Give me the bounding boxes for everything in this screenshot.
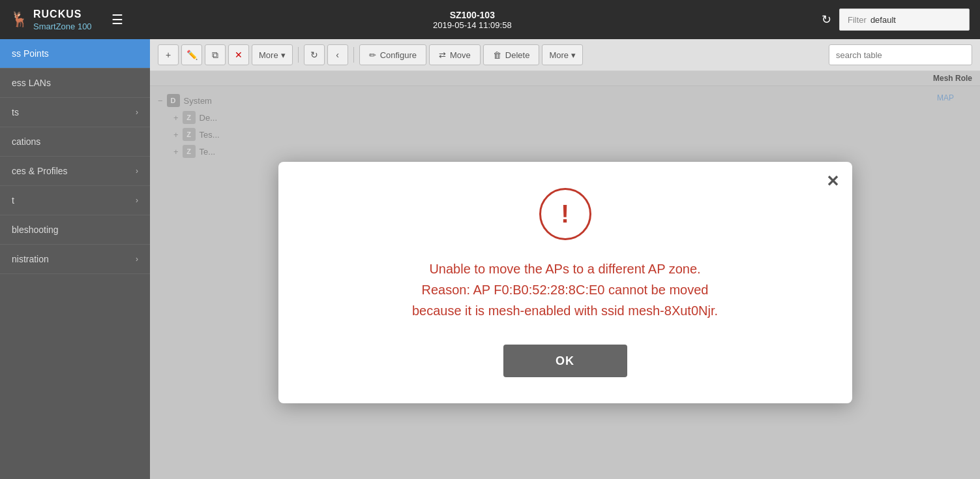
modal-overlay: ✕ ! Unable to move the APs to a differen… <box>150 86 980 479</box>
refresh-icon[interactable]: ↻ <box>822 12 831 27</box>
sidebar-item-label: t <box>12 195 14 206</box>
chevron-right-icon: › <box>136 166 138 176</box>
modal-close-button[interactable]: ✕ <box>826 172 839 191</box>
modal-ok-button[interactable]: OK <box>503 345 627 377</box>
sidebar-item-label: ces & Profiles <box>12 166 68 176</box>
delete2-button[interactable]: 🗑 Delete <box>483 44 540 65</box>
filter-box[interactable]: Filter default <box>839 8 970 31</box>
ruckus-brand-text: RUCKUS <box>33 8 92 20</box>
sidebar-item-label: ss Points <box>12 48 49 59</box>
modal-message-line1: Unable to move the APs to a different AP… <box>429 262 700 276</box>
error-modal: ✕ ! Unable to move the APs to a differen… <box>278 162 852 403</box>
more-button[interactable]: More ▾ <box>252 44 293 65</box>
mesh-role-column-header: Mesh Role <box>933 74 972 83</box>
sidebar-item-ces-profiles[interactable]: ces & Profiles › <box>0 157 150 186</box>
header-right: ↻ Filter default <box>822 8 970 31</box>
sidebar-item-cations[interactable]: cations <box>0 127 150 157</box>
trash-icon: 🗑 <box>493 50 501 60</box>
toolbar-divider <box>298 47 299 63</box>
filter-label: Filter <box>848 15 867 25</box>
sidebar-item-t[interactable]: t › <box>0 186 150 215</box>
more2-button[interactable]: More ▾ <box>542 44 583 65</box>
sidebar-item-access-points[interactable]: ss Points <box>0 39 150 69</box>
ruckus-logo-icon: 🦌 <box>10 11 28 28</box>
modal-message-line2: Reason: AP F0:B0:52:28:8C:E0 cannot be m… <box>422 283 709 297</box>
dropdown-arrow2-icon: ▾ <box>571 50 576 60</box>
more2-label: More <box>549 50 569 60</box>
brand-area: RUCKUS SmartZone 100 <box>33 8 92 31</box>
sidebar-item-label: ts <box>12 107 19 117</box>
toolbar-right <box>829 44 972 65</box>
modal-message-line3: because it is mesh-enabled with ssid mes… <box>412 303 718 318</box>
chevron-right-icon: › <box>136 255 138 264</box>
tree-area: − D System + Z De... + Z Tes... + Z <box>150 86 980 479</box>
sidebar-item-label: bleshooting <box>12 224 59 235</box>
modal-message: Unable to move the APs to a different AP… <box>412 258 718 321</box>
content-area: + ✏️ ⧉ ✕ More ▾ ↻ ‹ ✏ Configure ⇄ Move 🗑… <box>150 39 980 479</box>
exclamation-icon: ! <box>561 200 569 228</box>
sidebar-item-ts[interactable]: ts › <box>0 98 150 127</box>
more-label: More <box>259 50 278 60</box>
copy-button[interactable]: ⧉ <box>205 44 226 65</box>
table-header-row: Mesh Role <box>150 71 980 86</box>
smartzone-label: SmartZone 100 <box>33 22 92 31</box>
sidebar: ss Points ess LANs ts › cations ces & Pr… <box>0 39 150 479</box>
dropdown-arrow-icon: ▾ <box>281 50 286 60</box>
sidebar-item-bleshooting[interactable]: bleshooting <box>0 215 150 245</box>
header-center: SZ100-103 2019-05-14 11:09:58 <box>123 10 822 30</box>
filter-value: default <box>870 15 896 25</box>
sidebar-item-label: nistration <box>12 254 49 264</box>
move-label: Move <box>450 50 471 60</box>
logo-area: 🦌 RUCKUS SmartZone 100 <box>10 8 92 31</box>
chevron-right-icon: › <box>136 108 138 117</box>
warning-icon: ! <box>539 188 591 240</box>
sidebar-item-label: cations <box>12 136 40 147</box>
sidebar-item-nistration[interactable]: nistration › <box>0 245 150 274</box>
delete-button[interactable]: ✕ <box>228 44 249 65</box>
back-button[interactable]: ‹ <box>327 44 348 65</box>
add-button[interactable]: + <box>158 44 179 65</box>
configure-label: Configure <box>380 50 417 60</box>
hamburger-menu-button[interactable]: ☰ <box>111 12 123 27</box>
header: 🦌 RUCKUS SmartZone 100 ☰ SZ100-103 2019-… <box>0 0 980 39</box>
main-layout: ss Points ess LANs ts › cations ces & Pr… <box>0 39 980 479</box>
search-table-input[interactable] <box>829 44 972 65</box>
sidebar-item-access-lans[interactable]: ess LANs <box>0 69 150 98</box>
toolbar: + ✏️ ⧉ ✕ More ▾ ↻ ‹ ✏ Configure ⇄ Move 🗑… <box>150 39 980 71</box>
configure-button[interactable]: ✏ Configure <box>359 44 426 65</box>
move-icon: ⇄ <box>439 50 446 60</box>
delete2-label: Delete <box>505 50 530 60</box>
sidebar-item-label: ess LANs <box>12 78 51 88</box>
edit-button[interactable]: ✏️ <box>181 44 202 65</box>
chevron-right-icon: › <box>136 196 138 205</box>
configure-icon: ✏ <box>369 50 376 60</box>
device-name: SZ100-103 <box>450 10 495 20</box>
refresh-table-button[interactable]: ↻ <box>304 44 325 65</box>
header-datetime: 2019-05-14 11:09:58 <box>433 20 512 30</box>
toolbar-divider-2 <box>353 47 354 63</box>
move-button[interactable]: ⇄ Move <box>429 44 481 65</box>
